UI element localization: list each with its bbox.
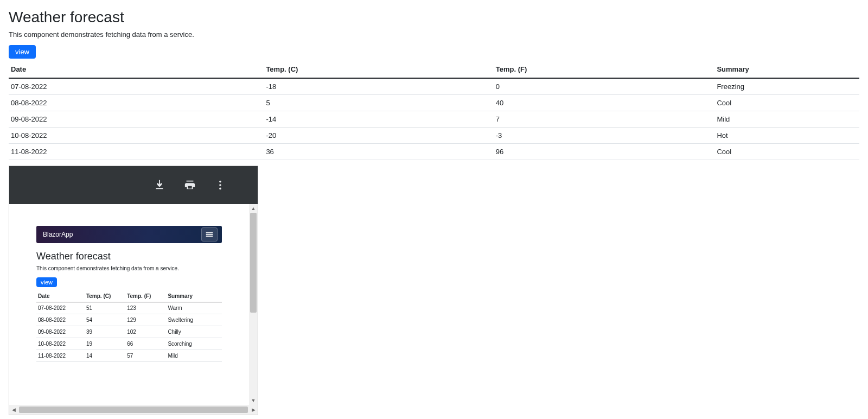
cell-summary: Chilly (166, 326, 222, 338)
cell-date: 09-08-2022 (9, 111, 264, 128)
pdf-title: Weather forecast (36, 251, 222, 262)
th-summary: Summary (714, 61, 859, 78)
cell-tf: 102 (125, 326, 166, 338)
table-row: 11-08-20223696Cool (9, 144, 859, 160)
cell-tc: 19 (85, 338, 125, 350)
scroll-up-icon[interactable]: ▲ (249, 204, 258, 213)
svg-point-2 (219, 188, 221, 190)
pdf-viewer: BlazorApp Weather forecast This componen… (9, 166, 258, 415)
th-temp-c: Temp. (C) (85, 290, 125, 302)
print-icon[interactable] (184, 179, 196, 191)
cell-summary: Hot (714, 128, 859, 144)
cell-tf: 66 (125, 338, 166, 350)
blazor-app-bar: BlazorApp (36, 226, 222, 243)
table-row: 07-08-202251123Warm (36, 302, 222, 314)
cell-date: 11-08-2022 (36, 350, 85, 362)
cell-date: 09-08-2022 (36, 326, 85, 338)
cell-date: 10-08-2022 (9, 128, 264, 144)
cell-summary: Freezing (714, 78, 859, 95)
scroll-right-icon[interactable]: ▶ (249, 405, 258, 415)
th-temp-f: Temp. (F) (494, 61, 715, 78)
cell-tf: 57 (125, 350, 166, 362)
pdf-toolbar (9, 166, 258, 204)
svg-point-1 (219, 184, 221, 186)
cell-tf: 40 (494, 95, 715, 111)
cell-tf: -3 (494, 128, 715, 144)
table-row: 08-08-202254129Sweltering (36, 314, 222, 326)
cell-summary: Cool (714, 95, 859, 111)
th-temp-c: Temp. (C) (264, 61, 493, 78)
cell-tf: 7 (494, 111, 715, 128)
cell-tc: 51 (85, 302, 125, 314)
forecast-table: Date Temp. (C) Temp. (F) Summary 07-08-2… (9, 61, 859, 160)
cell-tc: 36 (264, 144, 493, 160)
cell-summary: Scorching (166, 338, 222, 350)
scroll-thumb[interactable] (19, 407, 248, 413)
table-row: 10-08-20221966Scorching (36, 338, 222, 350)
pdf-vertical-scrollbar[interactable]: ▲ ▼ (249, 204, 258, 405)
view-button[interactable]: view (9, 45, 36, 59)
th-date: Date (9, 61, 264, 78)
pdf-subtitle: This component demonstrates fetching dat… (36, 265, 222, 271)
more-icon[interactable] (214, 179, 226, 191)
svg-point-0 (219, 181, 221, 183)
blazor-brand: BlazorApp (43, 231, 73, 238)
cell-tc: -18 (264, 78, 493, 95)
th-summary: Summary (166, 290, 222, 302)
cell-tc: -14 (264, 111, 493, 128)
cell-tc: 5 (264, 95, 493, 111)
cell-tf: 123 (125, 302, 166, 314)
cell-summary: Mild (714, 111, 859, 128)
pdf-view-button[interactable]: view (36, 277, 57, 287)
scroll-down-icon[interactable]: ▼ (249, 396, 258, 405)
cell-date: 10-08-2022 (36, 338, 85, 350)
table-row: 10-08-2022-20-3Hot (9, 128, 859, 144)
cell-date: 08-08-2022 (9, 95, 264, 111)
th-date: Date (36, 290, 85, 302)
pdf-forecast-table: Date Temp. (C) Temp. (F) Summary 07-08-2… (36, 290, 222, 362)
scroll-left-icon[interactable]: ◀ (9, 405, 18, 415)
table-row: 07-08-2022-180Freezing (9, 78, 859, 95)
table-header-row: Date Temp. (C) Temp. (F) Summary (9, 61, 859, 78)
hamburger-button[interactable] (201, 227, 218, 242)
cell-tc: 54 (85, 314, 125, 326)
scroll-thumb[interactable] (250, 213, 257, 313)
cell-tf: 129 (125, 314, 166, 326)
download-icon[interactable] (154, 179, 165, 191)
pdf-horizontal-scrollbar[interactable]: ◀ ▶ (9, 405, 258, 415)
table-row: 11-08-20221457Mild (36, 350, 222, 362)
page-title: Weather forecast (9, 9, 859, 26)
table-row: 08-08-2022540Cool (9, 95, 859, 111)
cell-tf: 96 (494, 144, 715, 160)
cell-summary: Cool (714, 144, 859, 160)
table-row: 09-08-2022-147Mild (9, 111, 859, 128)
cell-summary: Warm (166, 302, 222, 314)
table-row: 09-08-202239102Chilly (36, 326, 222, 338)
pdf-page: BlazorApp Weather forecast This componen… (9, 204, 249, 405)
cell-tc: 14 (85, 350, 125, 362)
page-subtitle: This component demonstrates fetching dat… (9, 30, 859, 39)
cell-date: 07-08-2022 (36, 302, 85, 314)
th-temp-f: Temp. (F) (125, 290, 166, 302)
cell-date: 07-08-2022 (9, 78, 264, 95)
cell-tc: 39 (85, 326, 125, 338)
cell-tf: 0 (494, 78, 715, 95)
cell-summary: Sweltering (166, 314, 222, 326)
cell-summary: Mild (166, 350, 222, 362)
hamburger-icon (205, 230, 214, 239)
cell-date: 11-08-2022 (9, 144, 264, 160)
table-header-row: Date Temp. (C) Temp. (F) Summary (36, 290, 222, 302)
cell-date: 08-08-2022 (36, 314, 85, 326)
cell-tc: -20 (264, 128, 493, 144)
